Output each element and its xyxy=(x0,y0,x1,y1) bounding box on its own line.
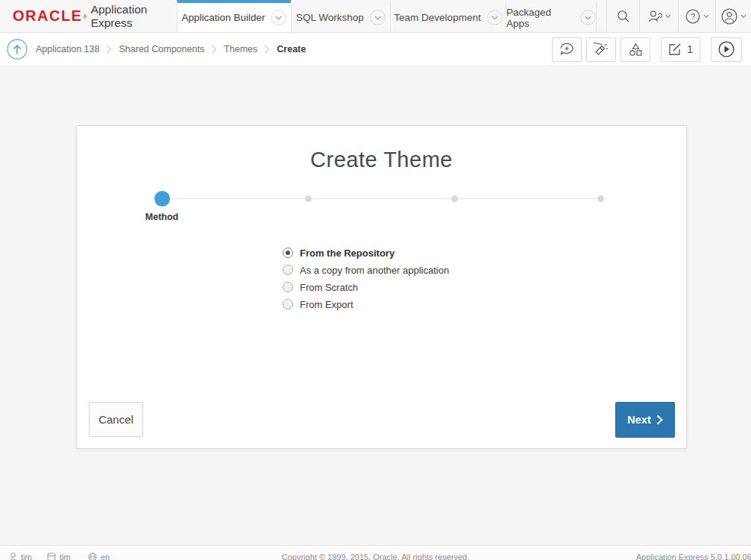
radio-unselected-icon[interactable] xyxy=(283,282,293,292)
wizard-step-pending-dot xyxy=(597,195,604,202)
radio-option-from-export[interactable]: From Export xyxy=(283,299,449,309)
tab-packaged-apps[interactable]: Packaged Apps xyxy=(506,0,597,32)
chevron-down-icon xyxy=(703,14,709,19)
tab-label: SQL Workshop xyxy=(296,12,364,23)
shapes-icon xyxy=(629,43,643,57)
topbar-icon-group: ? xyxy=(600,0,751,32)
breadcrumb-application[interactable]: Application 138 xyxy=(36,44,99,54)
radio-unselected-icon[interactable] xyxy=(283,265,293,275)
feedback-bubble-icon xyxy=(559,43,574,56)
create-theme-wizard: Create Theme Method From the Repository … xyxy=(76,125,687,449)
oracle-apex-logo: ORACLE® Application Express xyxy=(0,0,177,32)
next-button-label: Next xyxy=(627,414,650,426)
breadcrumb-themes[interactable]: Themes xyxy=(224,44,257,54)
help-menu-icon[interactable]: ? xyxy=(678,0,715,32)
shared-components-button[interactable] xyxy=(620,37,650,62)
page-title: Create Theme xyxy=(77,148,686,172)
wizard-step-current-dot xyxy=(154,191,170,207)
method-radio-group: From the Repository As a copy from anoth… xyxy=(283,248,449,309)
feedback-button[interactable] xyxy=(552,37,582,62)
run-application-button[interactable] xyxy=(711,37,742,62)
breadcrumb-separator-icon xyxy=(264,44,270,54)
wizard-step-pending-dot xyxy=(451,195,458,202)
page-body: Create Theme Method From the Repository … xyxy=(0,67,751,545)
up-level-icon[interactable] xyxy=(7,39,28,60)
registered-mark: ® xyxy=(83,14,87,19)
cancel-button[interactable]: Cancel xyxy=(89,402,143,437)
top-navigation-bar: ORACLE® Application Express Application … xyxy=(0,0,751,33)
wizard-progress-line xyxy=(162,198,600,199)
product-name: Application Express xyxy=(91,3,177,30)
admin-menu-icon[interactable] xyxy=(639,0,678,32)
radio-option-label: From Export xyxy=(300,299,353,310)
spotlight-button[interactable] xyxy=(586,37,616,62)
tab-label: Team Development xyxy=(394,12,480,23)
radio-selected-icon[interactable] xyxy=(283,248,293,258)
tab-label: Packaged Apps xyxy=(506,7,574,29)
breadcrumb-bar: Application 138 Shared Components Themes… xyxy=(0,33,751,66)
edit-icon xyxy=(668,43,682,56)
breadcrumb-shared-components[interactable]: Shared Components xyxy=(119,44,204,54)
radio-option-label: As a copy from another application xyxy=(300,265,449,276)
edit-page-number: 1 xyxy=(687,43,693,55)
chevron-down-icon xyxy=(741,14,747,19)
footer-version: Application Express 5.0.1.00.06 xyxy=(636,553,751,560)
radio-option-from-repository[interactable]: From the Repository xyxy=(283,248,449,258)
search-icon[interactable] xyxy=(606,0,639,32)
breadcrumb-separator-icon xyxy=(211,44,217,54)
wizard-step-pending-dot xyxy=(305,195,312,202)
chevron-down-icon[interactable] xyxy=(271,10,286,25)
chevron-down-icon[interactable] xyxy=(580,10,596,25)
radio-unselected-icon[interactable] xyxy=(283,299,293,309)
page-footer: tim tim en Copyright © 1999, 2015, Oracl… xyxy=(0,545,751,560)
spotlight-icon xyxy=(594,43,609,57)
chevron-down-icon xyxy=(665,14,671,19)
radio-option-from-scratch[interactable]: From Scratch xyxy=(283,282,449,292)
play-icon xyxy=(718,41,735,57)
tab-application-builder[interactable]: Application Builder xyxy=(177,0,291,32)
chevron-down-icon[interactable] xyxy=(370,10,386,25)
tab-team-development[interactable]: Team Development xyxy=(390,0,506,32)
account-menu-icon[interactable] xyxy=(715,0,751,32)
page-toolbar: 1 xyxy=(552,37,742,62)
svg-text:?: ? xyxy=(690,12,694,21)
chevron-right-icon xyxy=(656,415,663,425)
breadcrumb-create: Create xyxy=(277,44,306,54)
breadcrumb-separator-icon xyxy=(106,44,112,54)
edit-page-button[interactable]: 1 xyxy=(661,37,700,62)
next-button[interactable]: Next xyxy=(615,402,675,438)
cancel-button-label: Cancel xyxy=(98,413,133,426)
radio-option-copy-from-application[interactable]: As a copy from another application xyxy=(283,265,449,275)
radio-option-label: From Scratch xyxy=(300,282,358,293)
tab-label: Application Builder xyxy=(182,12,265,23)
oracle-wordmark: ORACLE xyxy=(13,7,82,25)
chevron-down-icon[interactable] xyxy=(487,10,503,25)
radio-option-label: From the Repository xyxy=(300,248,395,259)
tab-sql-workshop[interactable]: SQL Workshop xyxy=(291,0,390,32)
wizard-step-label: Method xyxy=(117,212,207,222)
